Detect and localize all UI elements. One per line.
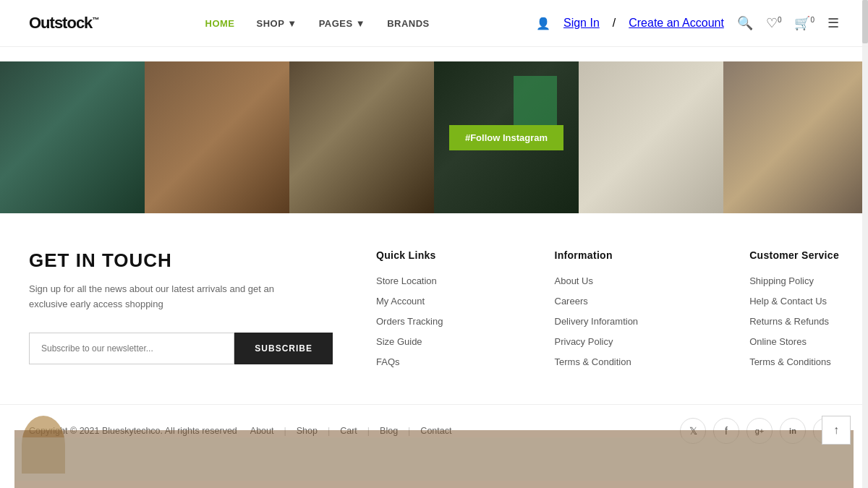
quick-links-list: Store Location My Account Orders Trackin… bbox=[376, 274, 443, 368]
instagram-cell-2[interactable] bbox=[145, 61, 289, 213]
list-item: Orders Tracking bbox=[376, 314, 443, 328]
follow-instagram-button[interactable]: #Follow Instagram bbox=[449, 125, 563, 150]
cs-link-terms-conditions[interactable]: Terms & Conditions bbox=[749, 356, 831, 367]
instagram-grid: #Follow Instagram bbox=[0, 61, 868, 213]
list-item: Shipping Policy bbox=[749, 274, 839, 287]
nav-item-shop[interactable]: SHOP ▼ bbox=[257, 17, 297, 30]
instagram-cell-3[interactable] bbox=[289, 61, 434, 213]
info-link-terms[interactable]: Terms & Condition bbox=[555, 356, 631, 367]
newsletter-form: SUBSCRIBE bbox=[29, 333, 333, 364]
info-link-careers[interactable]: Careers bbox=[555, 296, 588, 307]
logo-trademark: ™ bbox=[92, 16, 98, 24]
wishlist-button[interactable]: ♡0 bbox=[766, 15, 782, 31]
information-list: About Us Careers Delivery Inforamtion Pr… bbox=[555, 274, 639, 368]
cart-count: 0 bbox=[810, 16, 814, 24]
cart-button[interactable]: 🛒0 bbox=[794, 15, 814, 31]
footer-col-customer-service: Customer Service Shipping Policy Help & … bbox=[749, 249, 839, 375]
back-to-top-button[interactable]: ↑ bbox=[822, 416, 851, 445]
cs-link-returns[interactable]: Returns & Refunds bbox=[749, 316, 829, 327]
list-item: Terms & Condition bbox=[555, 355, 639, 368]
customer-service-list: Shipping Policy Help & Contact Us Return… bbox=[749, 274, 839, 368]
list-item: My Account bbox=[376, 294, 443, 307]
signin-link[interactable]: Sign In bbox=[563, 17, 600, 30]
quick-link-my-account[interactable]: My Account bbox=[376, 296, 425, 307]
info-link-delivery[interactable]: Delivery Inforamtion bbox=[555, 316, 639, 327]
quick-link-size-guide[interactable]: Size Guide bbox=[376, 336, 422, 347]
list-item: Online Stores bbox=[749, 335, 839, 348]
nav-item-pages[interactable]: PAGES ▼ bbox=[319, 17, 366, 30]
newsletter-description: Sign up for all the news about our lates… bbox=[29, 282, 275, 312]
list-item: Size Guide bbox=[376, 335, 443, 348]
logo-text: Outstock bbox=[29, 14, 92, 32]
nav-link-brands[interactable]: BRANDS bbox=[387, 18, 430, 29]
customer-service-heading: Customer Service bbox=[749, 249, 839, 261]
footer-links: Quick Links Store Location My Account Or… bbox=[333, 249, 839, 375]
quick-link-faqs[interactable]: FAQs bbox=[376, 356, 400, 367]
list-item: Returns & Refunds bbox=[749, 314, 839, 328]
user-icon: 👤 bbox=[536, 17, 550, 30]
footer-top: GET IN TOUCH Sign up for all the news ab… bbox=[0, 213, 868, 404]
nav-link-shop[interactable]: SHOP ▼ bbox=[257, 18, 297, 29]
list-item: Store Location bbox=[376, 274, 443, 287]
nav-item-brands[interactable]: BRANDS bbox=[387, 17, 430, 30]
instagram-cell-5[interactable] bbox=[579, 61, 723, 213]
nav-link-pages[interactable]: PAGES ▼ bbox=[319, 18, 366, 29]
list-item: Terms & Conditions bbox=[749, 355, 839, 368]
instagram-cell-4[interactable]: #Follow Instagram bbox=[434, 61, 579, 213]
instagram-cell-6[interactable] bbox=[723, 61, 868, 213]
footer-col-quick-links: Quick Links Store Location My Account Or… bbox=[376, 249, 443, 375]
nav-right: 👤 Sign In / Create an Account 🔍 ♡0 🛒0 ☰ bbox=[536, 15, 839, 31]
info-link-about-us[interactable]: About Us bbox=[555, 275, 593, 286]
nav-links: HOME SHOP ▼ PAGES ▼ BRANDS bbox=[205, 17, 430, 30]
footer-newsletter: GET IN TOUCH Sign up for all the news ab… bbox=[29, 249, 333, 375]
wishlist-count: 0 bbox=[778, 16, 782, 24]
footer-col-information: Information About Us Careers Delivery In… bbox=[555, 249, 639, 375]
newsletter-input[interactable] bbox=[29, 333, 234, 364]
quick-link-store-location[interactable]: Store Location bbox=[376, 275, 437, 286]
cs-link-online-stores[interactable]: Online Stores bbox=[749, 336, 807, 347]
nav-item-home[interactable]: HOME bbox=[205, 17, 235, 30]
quick-link-orders-tracking[interactable]: Orders Tracking bbox=[376, 316, 443, 327]
scrollbar[interactable] bbox=[862, 0, 868, 457]
list-item: Delivery Inforamtion bbox=[555, 314, 639, 328]
subscribe-button[interactable]: SUBSCRIBE bbox=[234, 333, 333, 364]
list-item: About Us bbox=[555, 274, 639, 287]
newsletter-heading: GET IN TOUCH bbox=[29, 249, 333, 272]
search-button[interactable]: 🔍 bbox=[737, 15, 753, 31]
quick-links-heading: Quick Links bbox=[376, 249, 443, 261]
cs-link-help-contact[interactable]: Help & Contact Us bbox=[749, 296, 827, 307]
nav-link-home[interactable]: HOME bbox=[205, 18, 235, 29]
information-heading: Information bbox=[555, 249, 639, 261]
menu-button[interactable]: ☰ bbox=[827, 15, 839, 31]
create-account-link[interactable]: Create an Account bbox=[629, 17, 724, 30]
list-item: Privacy Policy bbox=[555, 335, 639, 348]
instagram-cell-1[interactable] bbox=[0, 61, 145, 213]
logo[interactable]: Outstock™ bbox=[29, 14, 98, 33]
navbar: Outstock™ HOME SHOP ▼ PAGES ▼ BRANDS 👤 S… bbox=[0, 0, 868, 47]
info-link-privacy[interactable]: Privacy Policy bbox=[555, 336, 613, 347]
list-item: Help & Contact Us bbox=[749, 294, 839, 307]
list-item: Careers bbox=[555, 294, 639, 307]
list-item: FAQs bbox=[376, 355, 443, 368]
up-arrow-icon: ↑ bbox=[833, 424, 839, 437]
cs-link-shipping[interactable]: Shipping Policy bbox=[749, 275, 814, 286]
nav-separator: / bbox=[613, 17, 616, 30]
